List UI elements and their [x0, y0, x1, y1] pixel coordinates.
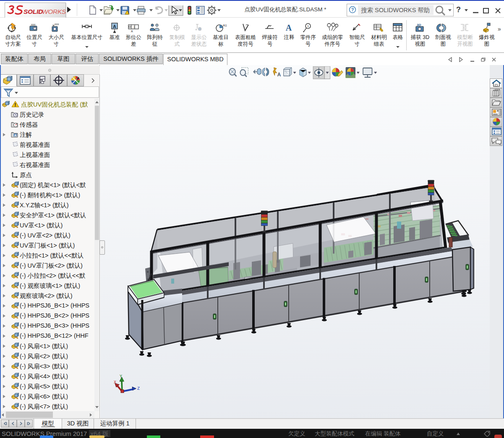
svg-text:Z: Z [137, 386, 140, 391]
svg-text:?: ? [351, 7, 354, 12]
svg-text:A: A [131, 30, 133, 33]
svg-text:X: X [114, 380, 116, 385]
svg-text:SOLID: SOLID [24, 8, 43, 15]
svg-text:A: A [277, 71, 281, 78]
svg-text:Y: Y [120, 374, 122, 379]
svg-text:xxx: xxx [55, 23, 59, 26]
svg-text:A: A [14, 134, 16, 137]
svg-text:.1: .1 [133, 26, 135, 29]
svg-text:1: 1 [307, 24, 309, 28]
svg-text:xxx: xxx [31, 23, 36, 26]
svg-text:WORKS: WORKS [42, 8, 65, 15]
svg-text:!: ! [128, 11, 129, 14]
